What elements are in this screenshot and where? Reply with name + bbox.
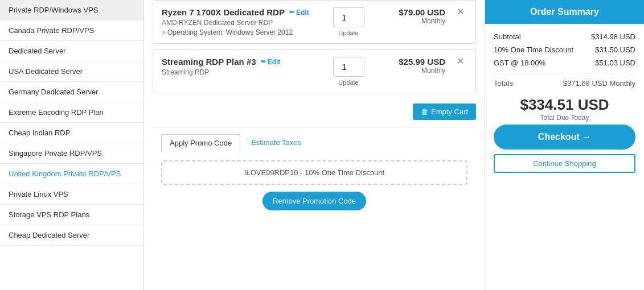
cart-item-1-qty-input[interactable] [333, 7, 364, 27]
order-summary-header: Order Summary [485, 0, 644, 24]
totals-row: Totals $371.68 USD Monthly [494, 79, 635, 88]
trash-icon: 🗑 [421, 107, 428, 116]
checkout-button[interactable]: Checkout → [494, 125, 635, 150]
remove-promo-button[interactable]: Remove Promotion Code [262, 192, 366, 210]
cart-item-1-remove-button[interactable]: ✕ [454, 7, 467, 16]
cart-item-2-update-button[interactable]: Update [338, 79, 358, 86]
cart-item-2-price: $25.99 USD [399, 57, 445, 67]
cart-item-1-price: $79.00 USD [399, 7, 445, 17]
cart-item-1-os: Operating System: Windows Server 2012 [162, 28, 320, 36]
cart-item-1-name: Ryzen 7 1700X Dedicated RDP [162, 7, 285, 17]
subtotal-label: Subtotal [494, 32, 521, 41]
cart-item-2-price-block: $25.99 USD Monthly [377, 57, 445, 74]
cart-item-2-title-row: Streaming RDP Plan #3 ✏ Edit [162, 57, 320, 67]
gst-row: GST @ 18.00% $51.03 USD [494, 59, 635, 67]
gst-value: $51.03 USD [595, 59, 635, 67]
sidebar-item-dedicated-server[interactable]: Dedicated Server [0, 41, 143, 61]
cart-item-1-edit-link[interactable]: ✏ Edit [289, 9, 309, 16]
sidebar-item-canada-rdp[interactable]: Canada Private RDP/VPS [0, 20, 143, 41]
promo-section: ILOVE99RDP10 - 10% One Time Discount Rem… [153, 152, 476, 219]
cart-item-2: Streaming RDP Plan #3 ✏ Edit Streaming R… [153, 49, 476, 93]
sidebar-item-storage-vps[interactable]: Storage VPS RDP Plans [0, 205, 143, 225]
pencil-icon-2: ✏ [261, 58, 266, 65]
cart-item-2-edit-link[interactable]: ✏ Edit [261, 58, 281, 66]
sidebar-item-usa-dedicated[interactable]: USA Dedicated Server [0, 61, 143, 82]
cart-item-2-remove-button[interactable]: ✕ [454, 57, 467, 66]
gst-label: GST @ 18.00% [494, 59, 545, 67]
apply-promo-tab[interactable]: Apply Promo Code [161, 134, 240, 152]
total-due-amount: $334.51 USD [520, 96, 609, 113]
subtotal-value: $314.98 USD [591, 32, 635, 41]
cart-item-1-details: Ryzen 7 1700X Dedicated RDP ✏ Edit AMD R… [162, 7, 320, 36]
cart-item-1-edit-label: Edit [296, 9, 309, 16]
sidebar-item-uk-rdp[interactable]: United Kingdom Private RDP/VPS [0, 164, 143, 184]
cart-item-1-price-block: $79.00 USD Monthly [377, 7, 445, 25]
cart-actions: 🗑 Empty Cart [153, 99, 476, 127]
pencil-icon: ✏ [289, 9, 294, 16]
sidebar-item-germany-dedicated[interactable]: Germany Dedicated Server [0, 82, 143, 102]
continue-shopping-button[interactable]: Continue Shopping [494, 154, 635, 173]
totals-label: Totals [494, 79, 513, 88]
cart-item-2-period: Monthly [377, 67, 445, 74]
subtotal-row: Subtotal $314.98 USD [494, 32, 635, 41]
summary-body: Subtotal $314.98 USD 10% One Time Discou… [485, 24, 644, 181]
promo-code-display: ILOVE99RDP10 - 10% One Time Discount [161, 160, 467, 185]
order-summary: Order Summary Subtotal $314.98 USD 10% O… [485, 0, 644, 290]
cart-item-2-sub: Streaming RDP [162, 68, 320, 76]
cart-item-1-qty-block: Update [329, 7, 368, 36]
tabs-row: Apply Promo Code Estimate Taxes [153, 127, 476, 152]
cart-area: Ryzen 7 1700X Dedicated RDP ✏ Edit AMD R… [144, 0, 485, 219]
sidebar-item-cheap-indian-rdp[interactable]: Cheap Indian RDP [0, 123, 143, 143]
cart-item-2-qty-block: Update [329, 57, 368, 86]
discount-value: $31.50 USD [595, 45, 635, 54]
main-content: Ryzen 7 1700X Dedicated RDP ✏ Edit AMD R… [144, 0, 485, 290]
cart-item-1-update-button[interactable]: Update [338, 30, 358, 36]
cart-item-2-edit-label: Edit [268, 58, 281, 66]
empty-cart-label: Empty Cart [431, 107, 468, 116]
sidebar-item-private-rdp[interactable]: Private RDP/Windows VPS [0, 0, 143, 20]
cart-item-1-sub: AMD RYZEN Dedicated Server RDP [162, 19, 320, 27]
cart-item-1: Ryzen 7 1700X Dedicated RDP ✏ Edit AMD R… [153, 0, 476, 44]
sidebar-item-singapore-rdp[interactable]: Singapore Private RDP/VPS [0, 143, 143, 164]
discount-row: 10% One Time Discount $31.50 USD [494, 45, 635, 54]
sidebar-item-extreme-encoding[interactable]: Extreme Encoding RDP Plan [0, 102, 143, 123]
cart-item-1-period: Monthly [377, 17, 445, 25]
totals-value: $371.68 USD Monthly [563, 79, 635, 88]
sidebar-item-linux-vps[interactable]: Private Linux VPS [0, 184, 143, 205]
cart-item-2-qty-input[interactable] [333, 57, 364, 77]
discount-label: 10% One Time Discount [494, 45, 573, 54]
sidebar-item-cheap-dedicated[interactable]: Cheap Dedicated Server [0, 225, 143, 246]
summary-divider [494, 73, 635, 73]
total-due-block: $334.51 USD Total Due Today [494, 96, 635, 122]
cart-item-1-title-row: Ryzen 7 1700X Dedicated RDP ✏ Edit [162, 7, 320, 17]
total-due-label: Total Due Today [494, 114, 635, 122]
cart-item-2-details: Streaming RDP Plan #3 ✏ Edit Streaming R… [162, 57, 320, 76]
estimate-taxes-tab[interactable]: Estimate Taxes [243, 134, 309, 152]
cart-item-2-name: Streaming RDP Plan #3 [162, 57, 256, 67]
sidebar: Private RDP/Windows VPS Canada Private R… [0, 0, 144, 290]
empty-cart-button[interactable]: 🗑 Empty Cart [413, 103, 476, 120]
